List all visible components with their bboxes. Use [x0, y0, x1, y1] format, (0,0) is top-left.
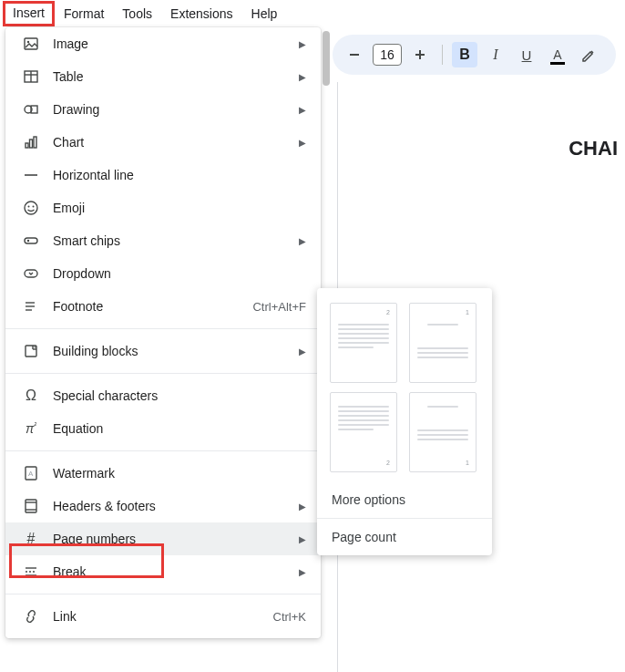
menu-help[interactable]: Help [242, 3, 287, 25]
watermark-icon: A [22, 464, 40, 482]
page-numbers-icon: # [22, 530, 40, 548]
submenu-page-count[interactable]: Page count [317, 519, 492, 555]
page-number-option-footer-right[interactable]: 2 [330, 392, 397, 472]
menu-item-label: Horizontal line [53, 168, 306, 182]
page-numbers-submenu: 2 1 2 1 More o [317, 288, 492, 555]
chevron-right-icon: ▶ [299, 138, 306, 148]
menu-item-label: Page numbers [53, 532, 292, 546]
svg-point-14 [25, 202, 37, 214]
menu-separator [5, 594, 321, 594]
menu-item-label: Headers & footers [53, 499, 292, 513]
menu-item-shortcut: Ctrl+Alt+F [252, 300, 306, 314]
menu-item-footnote[interactable]: Footnote Ctrl+Alt+F [5, 290, 321, 323]
thumb-number: 2 [385, 309, 391, 315]
bold-button[interactable]: B [452, 42, 477, 67]
menu-item-label: Smart chips [53, 233, 292, 248]
menu-item-label: Link [53, 609, 273, 624]
font-size-input[interactable]: 16 [373, 44, 402, 66]
horizontal-line-icon [22, 166, 40, 184]
toolbar: 16 B I U A [333, 35, 616, 75]
menu-item-label: Break [53, 564, 292, 579]
dropdown-scrollbar[interactable] [323, 31, 330, 86]
headers-footers-icon [22, 497, 40, 515]
menu-item-label: Drawing [53, 102, 292, 117]
svg-point-16 [33, 206, 35, 208]
document-title-fragment: CHAI [338, 137, 625, 160]
chart-icon [22, 133, 40, 151]
increase-font-button[interactable] [407, 42, 433, 67]
menu-item-label: Special characters [53, 388, 306, 403]
svg-point-18 [27, 240, 29, 242]
menu-item-label: Dropdown [53, 266, 306, 281]
menu-item-special-characters[interactable]: Ω Special characters [5, 379, 321, 412]
menu-item-dropdown[interactable]: Dropdown [5, 257, 321, 290]
svg-rect-19 [25, 270, 37, 277]
submenu-more-options[interactable]: More options [317, 481, 492, 518]
footnote-icon [22, 297, 40, 315]
menu-item-page-numbers[interactable]: # Page numbers ▶ [5, 522, 321, 555]
smart-chips-icon [22, 232, 40, 250]
equation-icon: π² [22, 419, 40, 438]
menu-item-horizontal-line[interactable]: Horizontal line [5, 159, 321, 191]
page-number-option-header-right-skip-first[interactable]: 1 [409, 303, 476, 383]
menu-format[interactable]: Format [55, 3, 113, 25]
thumb-number: 1 [465, 460, 470, 466]
menu-item-label: Watermark [53, 466, 306, 481]
menu-item-watermark[interactable]: A Watermark [5, 457, 321, 490]
menu-extensions[interactable]: Extensions [161, 3, 241, 25]
menu-item-label: Image [53, 36, 292, 51]
special-characters-icon: Ω [22, 387, 40, 405]
menu-item-label: Building blocks [53, 344, 292, 358]
menu-item-label: Table [53, 69, 292, 84]
svg-point-15 [28, 206, 30, 208]
table-icon [22, 67, 40, 86]
svg-rect-17 [25, 238, 37, 243]
underline-button[interactable]: U [514, 42, 539, 67]
menu-item-smart-chips[interactable]: Smart chips ▶ [5, 224, 321, 257]
svg-text:A: A [28, 470, 34, 478]
menu-item-headers-footers[interactable]: Headers & footers ▶ [5, 490, 321, 522]
menu-item-emoji[interactable]: Emoji [5, 191, 321, 224]
menu-item-equation[interactable]: π² Equation [5, 412, 321, 445]
svg-rect-12 [34, 137, 36, 148]
menu-item-label: Equation [53, 421, 306, 436]
menu-separator [5, 373, 321, 374]
drawing-icon [22, 100, 40, 119]
menu-item-link[interactable]: Link Ctrl+K [5, 600, 321, 633]
text-color-button[interactable]: A [545, 42, 570, 67]
svg-point-4 [27, 41, 29, 43]
menu-item-drawing[interactable]: Drawing ▶ [5, 93, 321, 126]
menu-insert[interactable]: Insert [3, 1, 55, 26]
building-blocks-icon: + [22, 342, 40, 360]
decrease-font-button[interactable] [342, 42, 367, 67]
menu-separator [5, 450, 321, 451]
toolbar-divider [442, 45, 443, 65]
chevron-right-icon: ▶ [299, 567, 306, 577]
menu-item-image[interactable]: Image ▶ [5, 27, 321, 60]
menu-item-chart[interactable]: Chart ▶ [5, 126, 321, 159]
svg-rect-10 [26, 143, 28, 148]
emoji-icon [22, 199, 40, 217]
break-icon [22, 563, 40, 581]
svg-rect-29 [26, 500, 36, 512]
menubar: Insert Format Tools Extensions Help [0, 0, 625, 27]
chevron-right-icon: ▶ [299, 534, 306, 544]
page-number-option-header-right[interactable]: 2 [330, 303, 397, 383]
page-number-option-footer-right-skip-first[interactable]: 1 [409, 392, 476, 472]
svg-text:+: + [34, 344, 37, 349]
menu-item-building-blocks[interactable]: + Building blocks ▶ [5, 335, 321, 367]
menu-item-break[interactable]: Break ▶ [5, 555, 321, 588]
italic-button[interactable]: I [483, 42, 508, 67]
chevron-right-icon: ▶ [299, 236, 306, 246]
chevron-right-icon: ▶ [299, 105, 306, 115]
svg-rect-11 [30, 140, 33, 148]
menu-item-label: Chart [53, 135, 292, 150]
menu-separator [5, 328, 321, 329]
chevron-right-icon: ▶ [299, 72, 306, 82]
menu-tools[interactable]: Tools [113, 3, 161, 25]
menu-item-label: Emoji [53, 201, 306, 215]
highlight-color-button[interactable] [576, 42, 601, 67]
menu-item-table[interactable]: Table ▶ [5, 60, 321, 93]
menu-item-shortcut: Ctrl+K [273, 610, 306, 624]
image-icon [22, 35, 40, 53]
